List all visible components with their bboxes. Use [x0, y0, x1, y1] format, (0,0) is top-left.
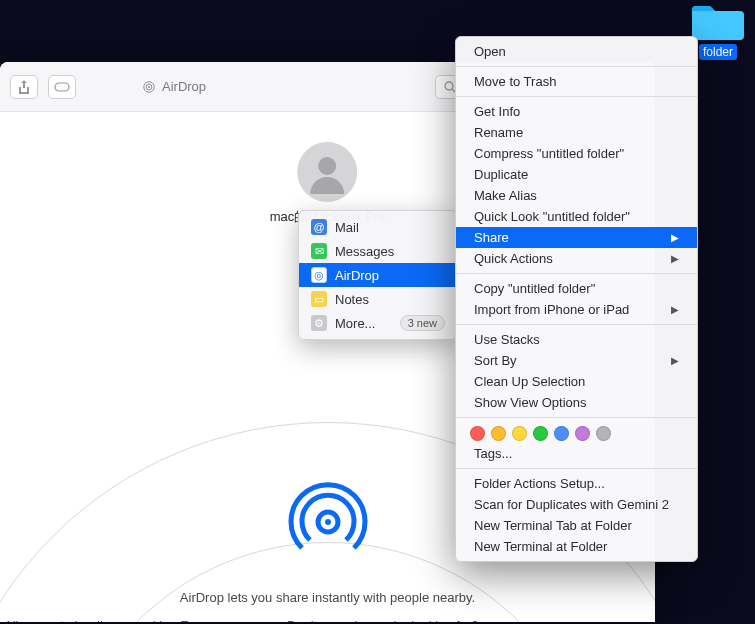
cm-sort-by[interactable]: Sort By▶ [456, 350, 697, 371]
svg-point-3 [148, 86, 150, 88]
tag-green[interactable] [533, 426, 548, 441]
airdrop-logo [288, 482, 368, 562]
svg-point-7 [325, 519, 331, 525]
cm-clean-up[interactable]: Clean Up Selection [456, 371, 697, 392]
tag-blue[interactable] [554, 426, 569, 441]
svg-point-5 [319, 157, 337, 175]
tag-purple[interactable] [575, 426, 590, 441]
cm-folder-actions[interactable]: Folder Actions Setup... [456, 473, 697, 494]
cm-copy[interactable]: Copy "untitled folder" [456, 278, 697, 299]
person-icon [306, 150, 350, 194]
share-submenu: @Mail ✉Messages ◎AirDrop ▭Notes ⚙More...… [298, 210, 458, 340]
share-item-notes[interactable]: ▭Notes [299, 287, 457, 311]
cm-terminal-tab[interactable]: New Terminal Tab at Folder [456, 515, 697, 536]
cm-share[interactable]: Share▶ [456, 227, 697, 248]
toolbar-share-button[interactable] [10, 75, 38, 99]
chevron-right-icon: ▶ [671, 304, 679, 315]
airdrop-description: AirDrop lets you share instantly with pe… [0, 590, 655, 605]
cm-alias[interactable]: Make Alias [456, 185, 697, 206]
mail-icon: @ [311, 219, 327, 235]
window-title-text: AirDrop [162, 79, 206, 94]
tag-yellow[interactable] [512, 426, 527, 441]
tag-red[interactable] [470, 426, 485, 441]
cm-rename[interactable]: Rename [456, 122, 697, 143]
cm-move-trash[interactable]: Move to Trash [456, 71, 697, 92]
more-badge: 3 new [400, 315, 445, 331]
toolbar-tags-button[interactable] [48, 75, 76, 99]
share-icon [18, 80, 30, 94]
messages-icon: ✉ [311, 243, 327, 259]
notes-icon: ▭ [311, 291, 327, 307]
cm-tags[interactable]: Tags... [456, 443, 697, 464]
discover-link[interactable]: Allow me to be discovered by: Everyone ⌄ [4, 618, 250, 622]
cm-quicklook[interactable]: Quick Look "untitled folder" [456, 206, 697, 227]
chevron-down-icon: ⌄ [235, 618, 250, 622]
share-item-airdrop[interactable]: ◎AirDrop [299, 263, 457, 287]
airdrop-icon: ◎ [311, 267, 327, 283]
svg-point-4 [445, 82, 453, 90]
cm-compress[interactable]: Compress "untitled folder" [456, 143, 697, 164]
cm-import[interactable]: Import from iPhone or iPad▶ [456, 299, 697, 320]
airdrop-bottom-links: Allow me to be discovered by: Everyone ⌄… [0, 618, 655, 622]
desktop-folder-label: folder [699, 44, 737, 60]
cm-get-info[interactable]: Get Info [456, 101, 697, 122]
window-title: AirDrop [86, 79, 425, 94]
tag-gray[interactable] [596, 426, 611, 441]
share-item-messages[interactable]: ✉Messages [299, 239, 457, 263]
cm-view-options[interactable]: Show View Options [456, 392, 697, 413]
avatar [298, 142, 358, 202]
cm-quick-actions[interactable]: Quick Actions▶ [456, 248, 697, 269]
cm-duplicate[interactable]: Duplicate [456, 164, 697, 185]
cm-open[interactable]: Open [456, 41, 697, 62]
tag-orange[interactable] [491, 426, 506, 441]
tag-icon [54, 82, 70, 92]
share-item-mail[interactable]: @Mail [299, 215, 457, 239]
chevron-right-icon: ▶ [671, 232, 679, 243]
cm-use-stacks[interactable]: Use Stacks [456, 329, 697, 350]
airdrop-icon [142, 80, 156, 94]
cm-tags-row [456, 422, 697, 443]
chevron-right-icon: ▶ [671, 253, 679, 264]
cm-terminal-window[interactable]: New Terminal at Folder [456, 536, 697, 557]
folder-icon [690, 2, 746, 42]
svg-rect-0 [55, 83, 69, 91]
context-menu: Open Move to Trash Get Info Rename Compr… [455, 36, 698, 562]
share-item-more[interactable]: ⚙More...3 new [299, 311, 457, 335]
chevron-right-icon: ▶ [671, 355, 679, 366]
help-link[interactable]: Don't see who you're looking for? [287, 618, 478, 622]
cm-gemini[interactable]: Scan for Duplicates with Gemini 2 [456, 494, 697, 515]
gear-icon: ⚙ [311, 315, 327, 331]
